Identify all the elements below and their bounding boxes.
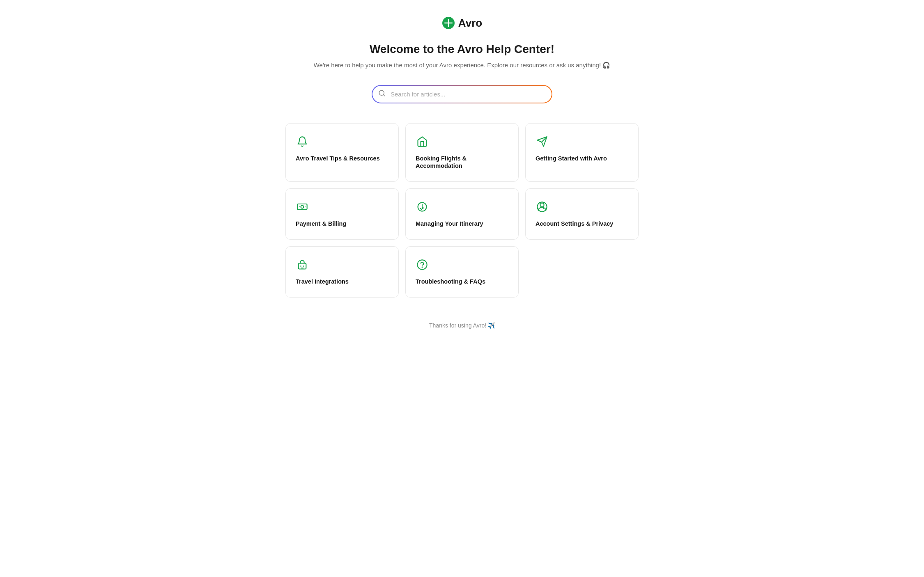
category-card-getting-started[interactable]: Getting Started with Avro [525, 123, 639, 182]
plane-icon [536, 135, 549, 148]
clock-check-icon [416, 200, 429, 213]
logo-text: Avro [458, 17, 482, 30]
search-input-container [372, 85, 552, 103]
search-wrapper [372, 85, 552, 103]
category-label-account-settings: Account Settings & Privacy [536, 220, 628, 228]
search-input[interactable] [372, 85, 552, 103]
category-card-travel-tips[interactable]: Avro Travel Tips & Resources [285, 123, 399, 182]
categories-grid: Avro Travel Tips & Resources Booking Fli… [285, 123, 639, 298]
category-label-travel-integrations: Travel Integrations [296, 278, 388, 286]
user-settings-icon [536, 200, 549, 213]
category-card-travel-integrations[interactable]: Travel Integrations [285, 246, 399, 298]
category-label-travel-tips: Avro Travel Tips & Resources [296, 155, 388, 163]
home-icon [416, 135, 429, 148]
logo-icon [442, 16, 455, 30]
help-circle-icon [416, 258, 429, 271]
svg-point-12 [303, 266, 304, 267]
category-label-getting-started: Getting Started with Avro [536, 155, 628, 163]
bell-icon [296, 135, 309, 148]
svg-point-14 [417, 260, 427, 269]
category-card-booking-flights[interactable]: Booking Flights & Accommodation [405, 123, 519, 182]
category-label-managing-itinerary: Managing Your Itinerary [416, 220, 508, 228]
category-card-account-settings[interactable]: Account Settings & Privacy [525, 188, 639, 240]
page-wrapper: Avro Welcome to the Avro Help Center! We… [277, 0, 647, 353]
category-card-troubleshooting[interactable]: Troubleshooting & FAQs [405, 246, 519, 298]
hero-section: Welcome to the Avro Help Center! We're h… [314, 43, 611, 70]
category-label-payment-billing: Payment & Billing [296, 220, 388, 228]
svg-point-11 [300, 266, 301, 267]
robot-icon [296, 258, 309, 271]
category-label-troubleshooting: Troubleshooting & FAQs [416, 278, 508, 286]
hero-title: Welcome to the Avro Help Center! [314, 43, 611, 56]
logo-area: Avro [442, 16, 482, 30]
svg-point-6 [301, 206, 304, 208]
category-card-payment-billing[interactable]: Payment & Billing [285, 188, 399, 240]
svg-rect-5 [297, 204, 307, 210]
category-label-booking-flights: Booking Flights & Accommodation [416, 155, 508, 170]
footer: Thanks for using Avro! ✈️ [429, 322, 495, 329]
category-card-managing-itinerary[interactable]: Managing Your Itinerary [405, 188, 519, 240]
money-icon [296, 200, 309, 213]
svg-point-8 [540, 203, 544, 207]
svg-point-15 [422, 267, 422, 267]
hero-subtitle: We're here to help you make the most of … [314, 61, 611, 70]
